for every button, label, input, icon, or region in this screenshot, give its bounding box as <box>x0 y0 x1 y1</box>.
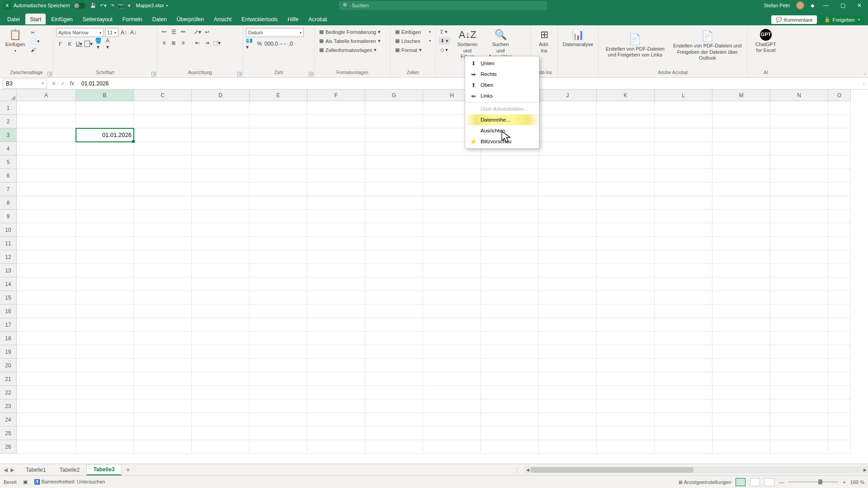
cell-G8[interactable] <box>365 196 423 210</box>
cell-O4[interactable] <box>828 142 851 155</box>
cell-I17[interactable] <box>481 318 539 332</box>
cell-O26[interactable] <box>828 440 851 454</box>
cell-M24[interactable] <box>712 413 770 427</box>
cell-B7[interactable] <box>76 183 134 196</box>
cell-N20[interactable] <box>770 359 828 372</box>
accessibility-check[interactable]: ♿ Barrierefreiheit: Untersuchen <box>34 479 105 485</box>
cell-B19[interactable] <box>76 345 134 359</box>
cell-H13[interactable] <box>423 264 481 277</box>
cell-M4[interactable] <box>712 142 770 155</box>
cell-H20[interactable] <box>423 359 481 372</box>
cell-E15[interactable] <box>250 291 307 305</box>
cell-O24[interactable] <box>828 413 851 427</box>
paste-button[interactable]: 📋Einfügen▾ <box>3 27 28 55</box>
cell-L25[interactable] <box>655 427 712 440</box>
zoom-out-button[interactable]: — <box>779 479 784 485</box>
cell-M6[interactable] <box>712 169 770 183</box>
cell-B14[interactable] <box>76 277 134 291</box>
col-header-J[interactable]: J <box>539 89 597 101</box>
cell-D17[interactable] <box>192 318 250 332</box>
cell-F17[interactable] <box>307 318 365 332</box>
cell-H23[interactable] <box>423 399 481 413</box>
cell-K20[interactable] <box>597 359 655 372</box>
cell-A7[interactable] <box>17 183 76 196</box>
cell-O1[interactable] <box>828 101 851 115</box>
cell-A14[interactable] <box>17 277 76 291</box>
cell-J18[interactable] <box>539 332 597 345</box>
cell-A6[interactable] <box>17 169 76 183</box>
cell-A17[interactable] <box>17 318 76 332</box>
cell-B5[interactable] <box>76 155 134 169</box>
cell-C13[interactable] <box>134 264 192 277</box>
autosum-button[interactable]: Σ ▾ <box>439 28 450 36</box>
row-header-14[interactable]: 14 <box>0 277 17 291</box>
cell-K26[interactable] <box>597 440 655 454</box>
cell-G17[interactable] <box>365 318 423 332</box>
cell-I22[interactable] <box>481 386 539 399</box>
zoom-level[interactable]: 160 % <box>850 479 864 485</box>
cond-format-button[interactable]: ▦ Bedingte Formatierung ▾ <box>317 28 387 36</box>
cell-K24[interactable] <box>597 413 655 427</box>
col-header-L[interactable]: L <box>655 89 712 101</box>
cell-A22[interactable] <box>17 386 76 399</box>
decrease-font-button[interactable]: A↓ <box>129 28 137 37</box>
cell-J17[interactable] <box>539 318 597 332</box>
cell-L3[interactable] <box>655 128 712 142</box>
cell-L26[interactable] <box>655 440 712 454</box>
cell-B26[interactable] <box>76 440 134 454</box>
cell-J3[interactable] <box>539 128 597 142</box>
underline-button[interactable]: U▾ <box>75 40 83 48</box>
sheet-tab-2[interactable]: Tabelle2 <box>53 465 87 475</box>
cell-C23[interactable] <box>134 399 192 413</box>
cell-I6[interactable] <box>481 169 539 183</box>
row-header-18[interactable]: 18 <box>0 332 17 345</box>
cell-F5[interactable] <box>307 155 365 169</box>
cell-G9[interactable] <box>365 210 423 223</box>
search-box[interactable]: 🔍 Suchen <box>339 1 547 10</box>
cell-D8[interactable] <box>192 196 250 210</box>
cell-K17[interactable] <box>597 318 655 332</box>
fill-up-item[interactable]: ⬆Oben <box>465 80 539 90</box>
row-header-13[interactable]: 13 <box>0 264 17 277</box>
cell-M18[interactable] <box>712 332 770 345</box>
fillcolor-button[interactable]: 🪣▾ <box>94 40 102 48</box>
cell-N24[interactable] <box>770 413 828 427</box>
cell-J6[interactable] <box>539 169 597 183</box>
cell-A10[interactable] <box>17 223 76 237</box>
cell-O17[interactable] <box>828 318 851 332</box>
cell-L9[interactable] <box>655 210 712 223</box>
cell-B16[interactable] <box>76 305 134 318</box>
cell-N5[interactable] <box>770 155 828 169</box>
cell-A3[interactable] <box>17 128 76 142</box>
clear-button[interactable]: ◇ ▾ <box>439 46 450 54</box>
cell-L18[interactable] <box>655 332 712 345</box>
cell-J15[interactable] <box>539 291 597 305</box>
expand-fbar-button[interactable]: ⌄ <box>860 81 868 86</box>
cell-I11[interactable] <box>481 237 539 250</box>
cell-I5[interactable] <box>481 155 539 169</box>
cell-K11[interactable] <box>597 237 655 250</box>
cell-H9[interactable] <box>423 210 481 223</box>
cell-E3[interactable] <box>250 128 307 142</box>
cell-I10[interactable] <box>481 223 539 237</box>
cell-J4[interactable] <box>539 142 597 155</box>
cell-O5[interactable] <box>828 155 851 169</box>
cell-I12[interactable] <box>481 250 539 264</box>
row-header-25[interactable]: 25 <box>0 427 17 440</box>
cell-B18[interactable] <box>76 332 134 345</box>
cell-O15[interactable] <box>828 291 851 305</box>
cell-I23[interactable] <box>481 399 539 413</box>
cell-H5[interactable] <box>423 155 481 169</box>
cell-G14[interactable] <box>365 277 423 291</box>
cell-I18[interactable] <box>481 332 539 345</box>
cell-K16[interactable] <box>597 305 655 318</box>
cell-I20[interactable] <box>481 359 539 372</box>
cell-N11[interactable] <box>770 237 828 250</box>
cell-O23[interactable] <box>828 399 851 413</box>
cell-F1[interactable] <box>307 101 365 115</box>
cell-K8[interactable] <box>597 196 655 210</box>
cell-J9[interactable] <box>539 210 597 223</box>
cell-G26[interactable] <box>365 440 423 454</box>
cell-H17[interactable] <box>423 318 481 332</box>
cell-D3[interactable] <box>192 128 250 142</box>
